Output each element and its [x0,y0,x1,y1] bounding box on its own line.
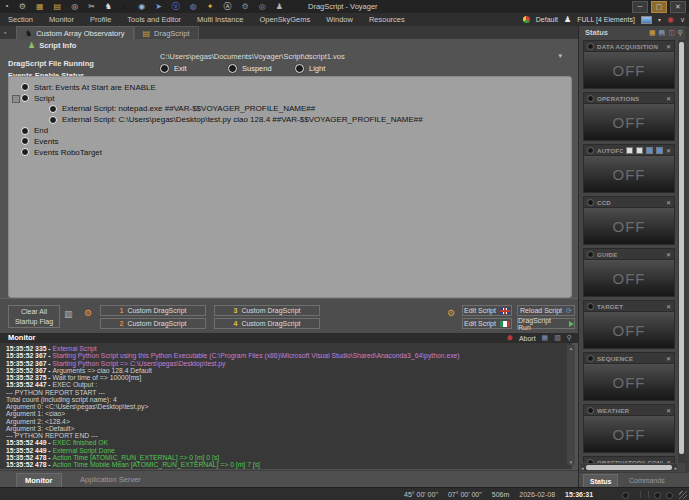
chevron-down-icon[interactable]: ∨ [680,16,685,24]
maximize-button[interactable]: ▢ [651,1,667,13]
gallery-icon[interactable]: ▦ [36,0,44,13]
menu-tools-editor[interactable]: Tools and Editor [119,15,189,24]
close-icon[interactable]: ✕ [666,147,671,154]
tree-item-start[interactable]: Start: Events At Start are ENABLE [9,82,571,93]
custom-dragscript-2-button[interactable]: 2 Custom DragScript [100,318,206,329]
flag-icon[interactable]: ✦ [207,0,214,13]
clear-log-icon[interactable]: ▥ [554,334,561,342]
log-scrollbar[interactable]: ▴▾ [567,345,575,465]
binoculars-icon[interactable]: ◎ [71,0,78,13]
radio-light-icon[interactable] [295,64,304,73]
script-info-label[interactable]: Script Info [39,41,76,50]
hscroll-thumb[interactable] [586,465,673,470]
tree-item-events-robotarget[interactable]: Events RoboTarget [9,147,571,158]
minimize-button[interactable]: ─ [632,1,648,13]
radio-exit-icon[interactable] [160,64,169,73]
menu-multi-instance[interactable]: Multi Instance [189,15,251,24]
menu-monitor[interactable]: Monitor [41,15,82,24]
gear-left-icon[interactable]: ⚙ [84,308,92,318]
user-icon[interactable]: ♟ [276,0,283,13]
calendar-icon[interactable]: ▦ [649,29,656,37]
edit-script-en-button[interactable]: Edit Script [462,305,512,316]
dragscript-run-button[interactable]: DragScript Run [517,318,575,329]
scrollbar-thumb[interactable] [679,42,684,454]
sidebar-scrollbar[interactable] [678,40,685,463]
mount-icon[interactable]: ◣ [122,0,128,13]
custom-dragscript-3-button[interactable]: 3 Custom DragScript [214,305,320,316]
menu-resources[interactable]: Resources [361,15,413,24]
close-icon[interactable]: ✕ [666,43,671,50]
pin-icon[interactable]: ⚲ [567,334,572,342]
autofocus-graph-icon[interactable] [656,147,663,154]
close-icon[interactable]: ✕ [666,355,671,362]
record-icon[interactable]: ◎ [259,0,266,13]
close-icon[interactable]: ✕ [666,459,671,464]
clear-startup-flag-button[interactable]: Clear All Startup Flag [8,305,60,328]
clock-icon[interactable]: ◔ [4,0,9,13]
abort-label[interactable]: Abort [519,335,536,342]
scroll-left-icon[interactable]: ◂ [581,465,584,471]
scissors-icon[interactable]: ✂ [88,0,95,13]
chess-icon[interactable]: ♞ [105,0,112,13]
tree-item-end[interactable]: End [9,125,571,136]
edit-script-it-button[interactable]: Edit Script [462,318,512,329]
voyager-icon[interactable]: Ⓥ [172,0,180,13]
menu-openskygems[interactable]: OpenSkyGems [251,15,318,24]
tree-item-external-script-2[interactable]: External Script: C:\Users\pegas\Desktop\… [9,114,571,125]
autofocus-tool-icon[interactable] [636,147,643,154]
array-mode-label[interactable]: FULL [4 Elements] [577,16,635,23]
menu-window[interactable]: Window [318,15,361,24]
layout-icon[interactable]: ◫ [668,29,675,37]
folder-icon[interactable]: ▤ [54,0,62,13]
file-dropdown-icon[interactable]: ▾ [558,52,562,60]
autofocus-graph-icon[interactable] [646,147,653,154]
close-icon[interactable]: ✕ [666,199,671,206]
tab-custom-array-observatory[interactable]: ♞ Custom Array Observatory [16,26,134,39]
trash-icon[interactable]: ▥ [64,309,73,319]
tab-strip-icon[interactable]: ▪ [4,29,6,36]
scroll-down-icon[interactable]: ▾ [570,459,573,465]
radio-light[interactable]: Light [295,64,325,73]
radio-suspend-icon[interactable] [228,64,237,73]
radio-exit[interactable]: Exit [160,64,187,73]
tree-item-script[interactable]: Script [9,93,571,104]
menu-profile[interactable]: Profile [82,15,119,24]
close-icon[interactable]: ✕ [666,407,671,414]
abort-icon[interactable]: ⊗ [507,334,513,342]
autofocus-tool-icon[interactable] [626,147,633,154]
sidebar-hscrollbar[interactable]: ◂▸ [581,464,677,471]
tab-commands[interactable]: Commands [623,474,671,487]
tab-monitor[interactable]: Monitor [16,473,62,487]
eye-icon[interactable]: ◉ [138,0,145,13]
web-icon[interactable]: ◍ [190,0,197,13]
close-icon[interactable]: ✕ [666,251,671,258]
radio-suspend[interactable]: Suspend [228,64,272,73]
tab-application-server[interactable]: Application Server [72,473,149,486]
pin-icon[interactable]: ⚲ [678,29,683,37]
display-icon[interactable] [641,16,652,24]
window-icon[interactable]: ▦ [542,334,549,342]
gear-right-icon[interactable]: ⚙ [447,308,455,318]
display-caret-icon[interactable]: ▾ [658,16,661,23]
close-icon[interactable]: ✕ [666,95,671,102]
language-icon[interactable]: Ⓐ [224,0,232,13]
run-icon[interactable]: ➤ [155,0,162,13]
reload-script-button[interactable]: Reload Script ⟳ [517,305,575,316]
gear-icon[interactable]: ⚙ [19,0,26,13]
scroll-up-icon[interactable]: ▴ [570,345,573,351]
save-icon[interactable]: ▤ [659,29,666,37]
scroll-right-icon[interactable]: ▸ [674,465,677,471]
monitor-log[interactable]: 15:35:52 335External Script 15:35:52 367… [0,343,572,469]
expander-icon[interactable] [12,95,20,103]
menu-section[interactable]: Section [0,15,41,24]
custom-dragscript-1-button[interactable]: 1 Custom DragScript [100,305,206,316]
close-button[interactable]: ✕ [670,1,686,13]
custom-dragscript-4-button[interactable]: 4 Custom DragScript [214,318,320,329]
resize-grip[interactable] [679,491,687,499]
tab-dragscript[interactable]: ▤ DragScript [134,26,199,39]
tree-item-events[interactable]: Events [9,136,571,147]
tab-status[interactable]: Status [583,474,618,488]
close-icon[interactable]: ✕ [666,303,671,310]
tree-item-external-script-1[interactable]: External Script: notepad.exe ##VAR-$$VOY… [9,104,571,115]
profile-name[interactable]: Default [536,16,558,23]
